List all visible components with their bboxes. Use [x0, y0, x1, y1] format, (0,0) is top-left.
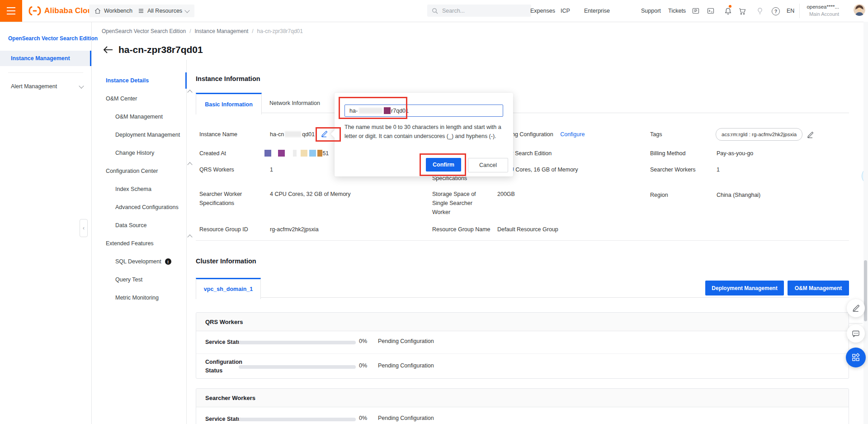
sidebar-item-label: Instance Management: [11, 55, 70, 62]
deployment-management-button[interactable]: Deployment Management: [705, 281, 784, 295]
cloud-shell-icon[interactable]: [707, 7, 714, 16]
notifications-bell-icon[interactable]: [724, 7, 732, 16]
subnav-item-advanced-configurations[interactable]: Advanced Configurations: [91, 198, 210, 216]
status-text: Pending Configuration: [378, 415, 434, 421]
qrs-workers-label: QRS Workers: [199, 165, 234, 174]
progress-bar: [239, 341, 356, 344]
subnav-group-om-center[interactable]: O&M Center: [91, 90, 201, 108]
storage-space-label: Storage Space of Single Searcher Worker: [432, 190, 480, 217]
search-icon: [432, 8, 438, 14]
redacted-block: [278, 150, 285, 157]
subnav-item-metric-monitoring[interactable]: Metric Monitoring: [91, 289, 210, 307]
confirm-button[interactable]: Confirm: [426, 158, 461, 172]
grid-diamond-icon: [851, 353, 860, 362]
tab-vpc-sh-domain-1[interactable]: vpc_sh_domain_1: [196, 278, 261, 299]
tag-chip[interactable]: acs:rm:rgId : rg-acfmv2hk2jpsxia: [716, 128, 802, 141]
configuration-status-row: Configuration Status 0% Pending Configur…: [196, 354, 849, 379]
panel-title: QRS Workers: [205, 319, 243, 325]
redacted-block: [301, 150, 307, 157]
progress-percent: 0%: [359, 338, 367, 344]
back-arrow-icon[interactable]: [103, 46, 113, 54]
all-resources-button[interactable]: All Resources: [132, 5, 194, 17]
subnav-item-om-management[interactable]: O&M Management: [91, 108, 210, 126]
configure-link[interactable]: Configure: [560, 131, 585, 138]
resource-group-id-value: rg-acfmv2hk2jpsxia: [270, 225, 319, 234]
tab-network-information[interactable]: Network Information: [261, 93, 329, 113]
workbench-button[interactable]: Workbench: [89, 5, 138, 17]
search-input[interactable]: [441, 7, 515, 14]
cluster-information-heading: Cluster Information: [196, 257, 256, 265]
help-icon[interactable]: ?: [772, 7, 780, 15]
status-text: Pending Configuration: [378, 362, 434, 369]
chat-bubble-icon: [852, 329, 860, 338]
billing-method-label: Billing Method: [650, 149, 686, 158]
subnav-item-sql-development[interactable]: SQL Development!: [91, 252, 210, 271]
home-icon: [94, 8, 101, 14]
progress-percent: 0%: [359, 362, 367, 369]
widget-divider: [849, 323, 863, 324]
subnav-item-data-source[interactable]: Data Source: [91, 216, 210, 234]
subnav-item-index-schema[interactable]: Index Schema: [91, 180, 210, 198]
nav-link-tickets[interactable]: Tickets: [668, 0, 686, 22]
primary-sidebar: OpenSearch Vector Search Edition Instanc…: [0, 22, 92, 424]
edit-tags-icon[interactable]: [807, 131, 814, 140]
sidebar-product-title[interactable]: OpenSearch Vector Search Edition: [8, 35, 98, 42]
storage-space-value: 200GB: [497, 190, 515, 199]
sidebar-item-alert-management[interactable]: Alert Management: [0, 80, 91, 93]
subnav-item-instance-details[interactable]: Instance Details: [91, 71, 201, 90]
breadcrumb-item[interactable]: Instance Management: [194, 28, 248, 34]
nav-link-icp[interactable]: ICP: [561, 0, 570, 22]
menu-hamburger-button[interactable]: [0, 0, 22, 22]
account-menu[interactable]: opensea****... Main Account: [804, 3, 839, 18]
nav-link-expenses[interactable]: Expenses: [530, 0, 555, 22]
tab-basic-information[interactable]: Basic Information: [196, 93, 262, 114]
panel-header: QRS Workers: [196, 313, 849, 331]
support-chat-button[interactable]: [847, 324, 865, 343]
name-rule-hint: The name must be 0 to 30 characters in l…: [344, 123, 503, 141]
progress-bar: [239, 418, 356, 421]
resource-group-name-value: Default Resource Group: [497, 225, 558, 234]
instance-name-label: Instance Name: [199, 130, 237, 139]
global-search[interactable]: [427, 5, 531, 17]
language-selector[interactable]: EN: [787, 0, 794, 22]
instance-name-input[interactable]: ha-r7qd01: [344, 105, 503, 117]
edit-instance-name-icon[interactable]: [321, 130, 328, 139]
feedback-pencil-button[interactable]: [847, 299, 865, 317]
rename-instance-dialog: ha-r7qd01 The name must be 0 to 30 chara…: [335, 93, 513, 176]
nav-link-enterprise[interactable]: Enterprise: [584, 0, 610, 22]
subnav-item-change-history[interactable]: Change History: [91, 144, 210, 162]
scrollbar-thumb[interactable]: [864, 260, 867, 321]
section-divider: [196, 240, 849, 241]
account-name: opensea****...: [804, 3, 839, 10]
sidebar-collapse-handle[interactable]: ‹: [80, 219, 88, 237]
om-management-button[interactable]: O&M Management: [788, 281, 849, 295]
quick-tools-button[interactable]: [846, 348, 866, 367]
header-divider: [799, 4, 800, 18]
subnav-group-extended-features[interactable]: Extended Features: [91, 234, 201, 252]
qrs-workers-panel: QRS Workers Service Status 0% Pending Co…: [196, 312, 849, 379]
redacted-block: [384, 107, 391, 114]
resource-group-id-label: Resource Group ID: [199, 225, 248, 234]
cancel-button[interactable]: Cancel: [468, 158, 508, 172]
nav-link-support[interactable]: Support: [641, 0, 661, 22]
redacted-block: [309, 150, 316, 157]
alibaba-cloud-logo[interactable]: Alibaba Cloud: [28, 0, 97, 22]
api-tools-icon[interactable]: [692, 7, 699, 16]
cart-icon[interactable]: [738, 7, 746, 17]
subnav-item-deployment-management[interactable]: Deployment Management: [91, 126, 210, 144]
sidebar-item-instance-management[interactable]: Instance Management: [0, 51, 91, 66]
all-resources-label: All Resources: [147, 8, 182, 14]
region-label: Region: [650, 191, 668, 200]
searcher-workers-value: 1: [717, 165, 720, 174]
progress-bar: [239, 365, 356, 369]
redacted-block: [317, 150, 322, 157]
breadcrumb-item[interactable]: OpenSearch Vector Search Edition: [102, 28, 186, 34]
avatar[interactable]: [854, 4, 865, 16]
panel-title: Searcher Workers: [205, 395, 255, 401]
alibaba-logo-icon: [28, 6, 42, 16]
lightbulb-icon[interactable]: [756, 7, 764, 16]
subnav-item-query-test[interactable]: Query Test: [91, 271, 210, 289]
workbench-label: Workbench: [104, 8, 132, 14]
billing-method-value: Pay-as-you-go: [717, 149, 753, 158]
subnav-group-configuration-center[interactable]: Configuration Center: [91, 162, 201, 180]
